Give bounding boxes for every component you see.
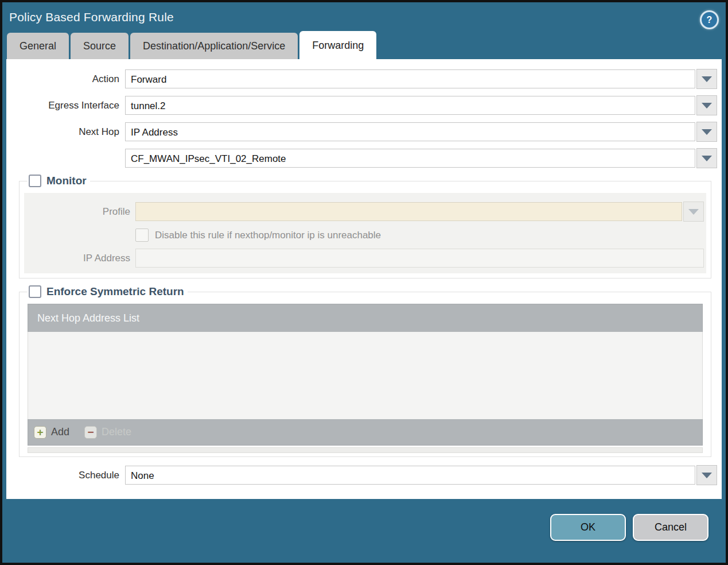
tab-general[interactable]: General	[7, 33, 69, 59]
next-hop-address-list-toolbar: + Add − Delete	[28, 419, 703, 446]
monitor-ip-address-row: IP Address	[24, 249, 704, 268]
tab-destination-application-service[interactable]: Destination/Application/Service	[130, 33, 298, 59]
tab-bar: General Source Destination/Application/S…	[2, 31, 726, 59]
chevron-down-icon	[702, 156, 712, 161]
profile-dropdown-button	[683, 202, 704, 222]
next-hop-type-select[interactable]: IP Address	[125, 122, 695, 141]
disable-rule-row: Disable this rule if nexthop/monitor ip …	[135, 229, 704, 242]
disable-rule-checkbox	[135, 229, 149, 242]
forwarding-tab-panel: Action Forward Egress Interface tunnel.2…	[6, 59, 722, 499]
dialog-title: Policy Based Forwarding Rule	[9, 10, 174, 24]
next-hop-address-list-header: Next Hop Address List	[28, 304, 703, 332]
enforce-symmetric-return-checkbox[interactable]	[29, 285, 41, 298]
chevron-down-icon	[702, 103, 712, 109]
dialog-titlebar: Policy Based Forwarding Rule ?	[2, 2, 726, 31]
tab-source[interactable]: Source	[71, 33, 129, 59]
schedule-label: Schedule	[6, 470, 125, 481]
egress-interface-label: Egress Interface	[6, 100, 125, 111]
disable-rule-label: Disable this rule if nexthop/monitor ip …	[155, 230, 381, 241]
chevron-down-icon	[702, 473, 712, 478]
monitor-checkbox[interactable]	[29, 175, 41, 187]
next-hop-address-list-body[interactable]	[28, 332, 703, 419]
delete-button: − Delete	[84, 426, 131, 439]
next-hop-address-row: CF_MWAN_IPsec_VTI_02_Remote	[6, 148, 717, 168]
chevron-down-icon	[702, 76, 712, 82]
next-hop-row: Next Hop IP Address	[6, 122, 717, 142]
next-hop-address-dropdown-button[interactable]	[696, 148, 717, 168]
monitor-section-title: Monitor	[46, 175, 87, 187]
minus-icon: −	[84, 426, 97, 439]
enforce-symmetric-return-section: Enforce Symmetric Return Next Hop Addres…	[19, 285, 711, 457]
add-button-label: Add	[51, 426, 69, 438]
schedule-dropdown-button[interactable]	[696, 465, 717, 485]
profile-label: Profile	[24, 206, 135, 218]
monitor-legend: Monitor	[28, 175, 90, 187]
profile-select	[135, 202, 682, 221]
next-hop-address-list-table: Next Hop Address List + Add − Delete	[28, 304, 703, 446]
help-icon[interactable]: ?	[700, 10, 719, 29]
dialog-footer: OK Cancel	[2, 499, 726, 541]
delete-button-label: Delete	[102, 426, 131, 438]
plus-icon: +	[34, 426, 46, 439]
enforce-symmetric-return-title: Enforce Symmetric Return	[46, 285, 184, 298]
schedule-select[interactable]: None	[125, 466, 695, 485]
ok-button[interactable]: OK	[550, 514, 626, 541]
next-hop-label: Next Hop	[6, 126, 125, 138]
horizontal-scrollbar[interactable]	[28, 447, 703, 453]
enforce-symmetric-return-legend: Enforce Symmetric Return	[28, 285, 188, 298]
action-row: Action Forward	[6, 69, 717, 89]
tab-forwarding[interactable]: Forwarding	[299, 31, 376, 59]
monitor-body: Profile Disable this rule if nexthop/mon…	[24, 193, 706, 273]
cancel-button[interactable]: Cancel	[633, 514, 708, 541]
chevron-down-icon	[702, 129, 712, 135]
egress-interface-row: Egress Interface tunnel.2	[6, 95, 717, 115]
monitor-ip-address-input	[135, 249, 704, 268]
action-select[interactable]: Forward	[125, 69, 695, 88]
monitor-ip-address-label: IP Address	[24, 253, 135, 264]
chevron-down-icon	[688, 209, 699, 215]
profile-row: Profile	[24, 202, 704, 222]
egress-interface-select[interactable]: tunnel.2	[125, 96, 695, 115]
add-button[interactable]: + Add	[34, 426, 69, 439]
monitor-section: Monitor Profile Disable this rule if nex…	[19, 175, 711, 278]
action-dropdown-button[interactable]	[696, 69, 717, 89]
action-label: Action	[6, 73, 125, 85]
pbf-rule-dialog: Policy Based Forwarding Rule ? General S…	[0, 0, 728, 565]
schedule-row: Schedule None	[6, 465, 717, 485]
next-hop-dropdown-button[interactable]	[696, 122, 717, 142]
egress-interface-dropdown-button[interactable]	[696, 95, 717, 115]
next-hop-address-select[interactable]: CF_MWAN_IPsec_VTI_02_Remote	[125, 149, 695, 168]
